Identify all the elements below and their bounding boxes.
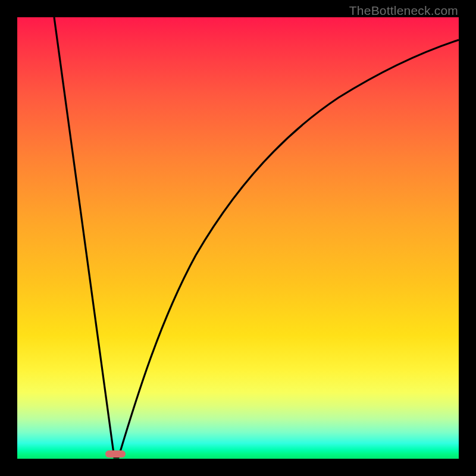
optimal-point-marker [105, 450, 126, 458]
watermark-text: TheBottleneck.com [349, 4, 458, 18]
chart-plot-area [17, 17, 459, 459]
heat-gradient-background [17, 17, 459, 459]
